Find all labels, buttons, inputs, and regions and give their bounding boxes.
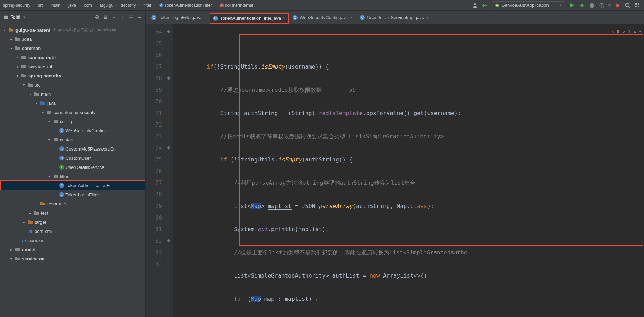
project-label[interactable]: 项目▼ xyxy=(11,14,26,20)
crumb-atguigu[interactable]: atguigu xyxy=(98,2,115,8)
project-tree[interactable]: ▾guigu-oa-parentE:\java学习\云尚办公\course\gu… xyxy=(0,24,146,317)
crumb-class[interactable]: CTokenAuthenticationFilter xyxy=(158,2,213,8)
marker-gutter xyxy=(165,24,173,317)
interface-icon: I xyxy=(59,165,64,170)
svg-rect-16 xyxy=(54,138,58,141)
tree-common[interactable]: ▾common xyxy=(1,44,145,53)
tab-tokenloginfilter[interactable]: C TokenLoginFilter.java × xyxy=(148,13,210,24)
tree-target[interactable]: ▸target xyxy=(1,217,145,227)
project-toolwindow-header: 项目▼ | xyxy=(0,11,146,24)
run-config-selector[interactable]: ServiceAuthApplication ▼ xyxy=(492,1,565,9)
tree-package[interactable]: ▾com.atguigu.security xyxy=(1,108,145,117)
user-icon[interactable] xyxy=(472,2,478,8)
project-view-icon[interactable] xyxy=(3,14,9,20)
tree-md5[interactable]: ▸CCustomMd5PasswordEn xyxy=(1,144,145,153)
locate-icon[interactable] xyxy=(94,14,100,20)
divider-icon: | xyxy=(119,14,126,20)
class-icon: C xyxy=(59,183,64,188)
svg-rect-8 xyxy=(635,6,637,7)
tree-idea[interactable]: ▸.idea xyxy=(1,34,145,44)
tree-custom[interactable]: ▾custom xyxy=(1,135,145,144)
tree-config[interactable]: ▾config xyxy=(1,117,145,126)
gear-icon[interactable] xyxy=(128,14,134,20)
tab-tokenauthfilter[interactable]: C TokenAuthenticationFilter.java × xyxy=(210,13,289,24)
crumb-java[interactable]: java xyxy=(67,2,77,8)
tree-main[interactable]: ▾main xyxy=(1,89,145,99)
collapse-all-icon[interactable] xyxy=(111,14,117,20)
java-class-icon: C xyxy=(213,16,218,21)
java-class-icon: C xyxy=(151,15,156,20)
top-toolbar: spring-security〉 src〉 main〉 java〉 com〉 a… xyxy=(0,0,644,11)
svg-point-2 xyxy=(581,4,583,7)
back-arrow-icon[interactable] xyxy=(482,2,488,8)
stop-icon[interactable] xyxy=(614,2,621,8)
tree-test[interactable]: ▸test xyxy=(1,208,145,217)
crumb-src[interactable]: src xyxy=(37,2,45,8)
tree-model[interactable]: ▸model xyxy=(1,245,145,254)
svg-rect-9 xyxy=(638,6,639,7)
code-area[interactable]: ⚠ 8 ✔ 1 ▲▼ if(!StringUtils.isEmpty(usern… xyxy=(173,24,644,317)
tab-label: TokenAuthenticationFilter.java xyxy=(220,15,281,21)
tree-tokenauthfilter[interactable]: ▸CTokenAuthenticationFil xyxy=(1,181,145,190)
tree-java[interactable]: ▾java xyxy=(1,99,145,108)
search-icon[interactable] xyxy=(624,2,631,8)
svg-rect-6 xyxy=(635,3,637,5)
crumb-method[interactable]: mdoFilterInternal xyxy=(218,2,255,8)
svg-point-12 xyxy=(97,17,98,18)
tree-tokenloginfilter[interactable]: ▸CTokenLoginFilter xyxy=(1,190,145,199)
svg-point-0 xyxy=(474,3,476,5)
tab-userdetailsimpl[interactable]: C UserDetailsServiceImpl.java × xyxy=(356,13,432,24)
tree-src[interactable]: ▾src xyxy=(1,80,145,89)
svg-point-5 xyxy=(625,3,629,7)
crumb-filter[interactable]: filter xyxy=(142,2,153,8)
class-icon: C xyxy=(59,156,64,160)
close-icon[interactable]: × xyxy=(350,15,353,20)
tree-customuser[interactable]: ▸CCustomUser xyxy=(1,153,145,163)
tree-root[interactable]: ▾guigu-oa-parentE:\java学习\云尚办公\course\gu… xyxy=(1,25,145,34)
tab-websecurityconfig[interactable]: C WebSecurityConfig.java × xyxy=(289,13,357,24)
settings-icon[interactable] xyxy=(634,2,640,8)
profile-icon[interactable] xyxy=(599,2,605,8)
crumb-security[interactable]: security xyxy=(120,2,137,8)
svg-rect-17 xyxy=(54,175,58,178)
tree-filter-pkg[interactable]: ▾filter xyxy=(1,172,145,181)
tree-service-util[interactable]: ▸service-util xyxy=(1,62,145,71)
java-class-icon: C xyxy=(360,15,365,20)
code-editor[interactable]: 6465666768697071727374757677787980818283… xyxy=(146,24,644,317)
tree-service-oa[interactable]: ▾service-oa xyxy=(1,254,145,263)
close-icon[interactable]: × xyxy=(283,16,286,21)
tree-spring-security[interactable]: ▾spring-security xyxy=(1,71,145,80)
breadcrumb: spring-security〉 src〉 main〉 java〉 com〉 a… xyxy=(1,2,470,8)
svg-rect-4 xyxy=(616,4,619,7)
tree-pom1[interactable]: ▸mpom.xml xyxy=(1,227,145,236)
crumb-com[interactable]: com xyxy=(82,2,93,8)
tab-label: UserDetailsServiceImpl.java xyxy=(367,15,424,20)
line-gutter: 6465666768697071727374757677787980818283… xyxy=(146,24,165,317)
svg-point-13 xyxy=(130,17,132,18)
hide-icon[interactable] xyxy=(136,14,143,20)
svg-rect-10 xyxy=(4,15,8,19)
class-icon: C xyxy=(59,146,64,151)
close-icon[interactable]: × xyxy=(426,15,429,20)
svg-rect-7 xyxy=(638,3,639,5)
crumb-module[interactable]: spring-security xyxy=(1,2,32,8)
tree-uds[interactable]: ▸IUserDetailsService xyxy=(1,163,145,172)
class-icon: C xyxy=(59,128,64,133)
tree-websecurityconfig[interactable]: ▸CWebSecurityConfig xyxy=(1,126,145,135)
tree-pom2[interactable]: ▸mpom.xml xyxy=(1,236,145,245)
svg-rect-14 xyxy=(47,111,51,114)
expand-all-icon[interactable] xyxy=(102,14,109,20)
tab-label: TokenLoginFilter.java xyxy=(158,15,201,20)
debug-icon[interactable] xyxy=(579,2,585,8)
close-icon[interactable]: × xyxy=(204,15,206,20)
coverage-icon[interactable] xyxy=(589,2,595,8)
build-icon[interactable] xyxy=(569,2,575,8)
tab-label: WebSecurityConfig.java xyxy=(300,15,349,20)
tree-common-util[interactable]: ▸common-util xyxy=(1,53,145,62)
crumb-main[interactable]: main xyxy=(50,2,62,8)
tree-resources[interactable]: ▸resources xyxy=(1,199,145,208)
svg-rect-15 xyxy=(54,120,58,123)
run-config-label: ServiceAuthApplication xyxy=(502,2,549,8)
inspection-summary[interactable]: ⚠ 8 ✔ 1 ▲▼ xyxy=(612,26,641,38)
class-icon: C xyxy=(59,192,64,197)
